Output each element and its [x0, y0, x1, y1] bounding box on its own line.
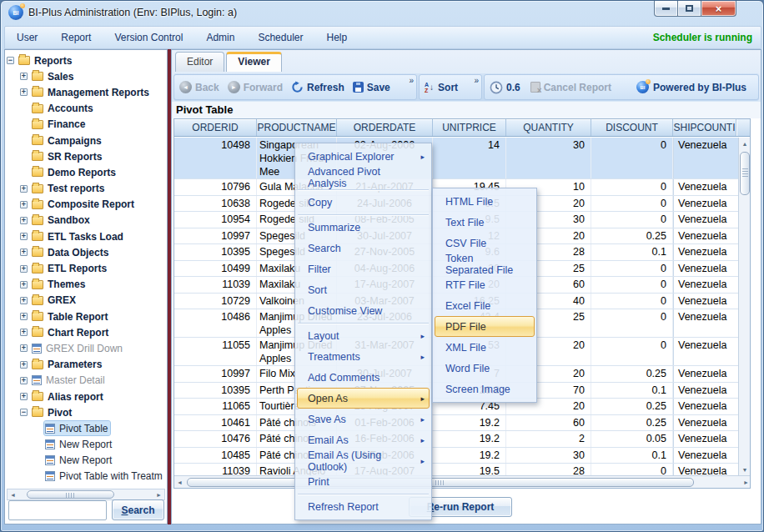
- tree-item-reports[interactable]: −Reports: [5, 53, 166, 68]
- tree-item-pivot-table[interactable]: Pivot Table: [5, 420, 166, 436]
- tree-item-new-report[interactable]: New Report: [5, 437, 166, 453]
- expand-icon[interactable]: +: [20, 185, 28, 193]
- search-button[interactable]: Search: [112, 499, 164, 520]
- context-menu-item-layout[interactable]: Layout▸: [297, 325, 430, 346]
- column-header-productname[interactable]: PRODUCTNAME: [257, 119, 337, 136]
- maximize-button[interactable]: [678, 1, 701, 17]
- expand-icon[interactable]: +: [20, 344, 28, 352]
- table-row[interactable]: 10476Pâté chinois16-Feb-200619.220.05Ven…: [174, 431, 738, 448]
- table-row[interactable]: 10461Pâté chinois01-Feb-200619.2600.25Ve…: [174, 415, 738, 432]
- scroll-left-icon[interactable]: ◄: [8, 489, 18, 499]
- back-button[interactable]: ◄ Back: [179, 81, 219, 93]
- expand-icon[interactable]: +: [20, 329, 28, 336]
- sidebar-horizontal-scrollbar[interactable]: ◄ ►: [7, 489, 165, 500]
- scrollbar-thumb[interactable]: [27, 490, 114, 499]
- expand-icon[interactable]: +: [20, 248, 28, 256]
- tree-item-grex[interactable]: +GREX: [5, 293, 166, 309]
- expand-icon[interactable]: +: [20, 265, 28, 273]
- tree-item-master-detail[interactable]: +Master Detail: [5, 373, 166, 389]
- menu-user[interactable]: User: [5, 28, 49, 48]
- context-menu-item-email-as-using-outlook[interactable]: Email As (Using Outlook)▸: [297, 450, 430, 471]
- tree-item-sandbox[interactable]: +Sandbox: [5, 213, 166, 228]
- context-menu-item-advanced-pivot-analysis[interactable]: Advanced Pivot Analysis: [297, 167, 430, 188]
- table-row[interactable]: 11039Ravioli Angelo17-Aug-200719.5280Ven…: [174, 464, 738, 476]
- tree-item-etl-tasks-load[interactable]: +ETL Tasks Load: [5, 228, 166, 244]
- expand-icon[interactable]: +: [20, 361, 28, 369]
- cancel-report-button[interactable]: Cancel Report: [530, 82, 611, 93]
- save-button[interactable]: Save: [353, 82, 390, 93]
- tree-item-sales[interactable]: +Sales: [5, 68, 166, 84]
- close-button[interactable]: ×: [701, 1, 736, 17]
- tree-item-sr-reports[interactable]: SR Reports: [5, 148, 166, 164]
- tree-item-demo-reports[interactable]: Demo Reports: [5, 164, 166, 180]
- search-input[interactable]: [8, 500, 107, 520]
- overflow-chevron-icon[interactable]: »: [409, 76, 413, 85]
- context-menu-item-customise-view[interactable]: Customise View: [297, 300, 430, 321]
- menu-scheduler[interactable]: Scheduler: [246, 28, 314, 48]
- expand-icon[interactable]: +: [20, 217, 28, 224]
- menu-report[interactable]: Report: [49, 28, 103, 48]
- submenu-item-token-separated-file[interactable]: Token Separated File: [435, 253, 535, 274]
- tree-item-grex-drill-down[interactable]: +GREX Drill Down: [5, 340, 166, 356]
- submenu-item-pdf-file[interactable]: PDF File: [435, 316, 535, 337]
- context-menu-item-email-as[interactable]: Email As▸: [297, 429, 430, 450]
- submenu-item-rtf-file[interactable]: RTF File: [435, 274, 535, 295]
- column-header-shipcounti[interactable]: SHIPCOUNTI: [673, 119, 736, 136]
- expand-icon[interactable]: +: [20, 393, 28, 400]
- submenu-item-screen-image[interactable]: Screen Image: [435, 379, 535, 399]
- tree-item-new-report[interactable]: New Report: [5, 453, 166, 469]
- submenu-item-html-file[interactable]: HTML File: [435, 191, 535, 212]
- menu-admin[interactable]: Admin: [194, 28, 246, 48]
- column-header-orderid[interactable]: ORDERID: [174, 119, 257, 136]
- column-header-quantity[interactable]: QUANTITY: [506, 119, 591, 136]
- collapse-icon[interactable]: −: [20, 409, 28, 416]
- context-menu-item-open-as[interactable]: Open As▸: [297, 388, 430, 409]
- context-menu-item-refresh-report[interactable]: Refresh Report: [297, 496, 430, 517]
- menu-version-control[interactable]: Version Control: [103, 28, 194, 48]
- scroll-left-icon[interactable]: ◄: [174, 477, 185, 487]
- submenu-item-text-file[interactable]: Text File: [435, 212, 535, 233]
- tree-item-parameters[interactable]: +Parameters: [5, 357, 166, 373]
- tree-item-pivot-table-with-treatm[interactable]: Pivot Table with Treatm: [5, 469, 166, 484]
- expand-icon[interactable]: +: [20, 73, 28, 80]
- tab-viewer[interactable]: Viewer: [226, 52, 281, 72]
- table-vertical-scrollbar[interactable]: ▲ ▼: [738, 138, 751, 476]
- context-menu-item-filter[interactable]: Filter: [297, 258, 430, 279]
- tree-item-alias-report[interactable]: +Alias report: [5, 389, 166, 404]
- context-menu-item-graphical-explorer[interactable]: Graphical Explorer▸: [297, 146, 430, 167]
- tree-item-pivot[interactable]: −Pivot: [5, 404, 166, 420]
- scroll-right-icon[interactable]: ►: [741, 477, 751, 487]
- tree-item-campaigns[interactable]: Campaigns: [5, 133, 166, 148]
- scrollbar-thumb[interactable]: [187, 478, 694, 487]
- sort-button[interactable]: AZ ↓ Sort: [425, 82, 458, 93]
- tree-item-table-report[interactable]: +Table Report: [5, 309, 166, 324]
- tab-editor[interactable]: Editor: [175, 52, 224, 72]
- expand-icon[interactable]: +: [20, 297, 28, 304]
- tree-item-etl-reports[interactable]: +ETL Reports: [5, 260, 166, 276]
- column-header-orderdate[interactable]: ORDERDATE: [337, 119, 433, 136]
- scroll-right-icon[interactable]: ►: [153, 489, 164, 499]
- table-row[interactable]: 10498Singaporean Hokkien Fried Mee02-Aug…: [174, 138, 738, 179]
- tree-item-themes[interactable]: +Themes: [5, 277, 166, 293]
- scroll-up-icon[interactable]: ▲: [739, 138, 751, 150]
- table-horizontal-scrollbar[interactable]: ◄ ►: [174, 475, 751, 488]
- scroll-down-icon[interactable]: ▼: [739, 464, 751, 476]
- scrollbar-thumb[interactable]: [740, 152, 750, 195]
- expand-icon[interactable]: +: [20, 377, 28, 384]
- tree-item-composite-report[interactable]: +Composite Report: [5, 197, 166, 213]
- expand-icon[interactable]: +: [20, 88, 28, 96]
- context-menu-item-summarize[interactable]: Summarize: [297, 217, 430, 238]
- context-menu-item-search[interactable]: Search: [297, 238, 430, 258]
- tree-item-management-reports[interactable]: +Management Reports: [5, 84, 166, 100]
- column-header-discount[interactable]: DISCOUNT: [591, 119, 673, 136]
- submenu-item-xml-file[interactable]: XML File: [435, 337, 535, 358]
- tree-item-test-reports[interactable]: +Test reports: [5, 181, 166, 197]
- context-menu-item-print[interactable]: Print: [297, 471, 430, 492]
- submenu-item-csv-file[interactable]: CSV File: [435, 233, 535, 253]
- tree-item-data-objects[interactable]: +Data Objects: [5, 244, 166, 260]
- table-row[interactable]: 10485Pâté chinois14-Feb-200619.2300.1Ven…: [174, 448, 738, 464]
- context-menu-item-treatments[interactable]: Treatments▸: [297, 346, 430, 367]
- context-menu-item-sort[interactable]: Sort: [297, 279, 430, 300]
- tree-item-finance[interactable]: Finance: [5, 117, 166, 133]
- tree-item-accounts[interactable]: Accounts: [5, 101, 166, 117]
